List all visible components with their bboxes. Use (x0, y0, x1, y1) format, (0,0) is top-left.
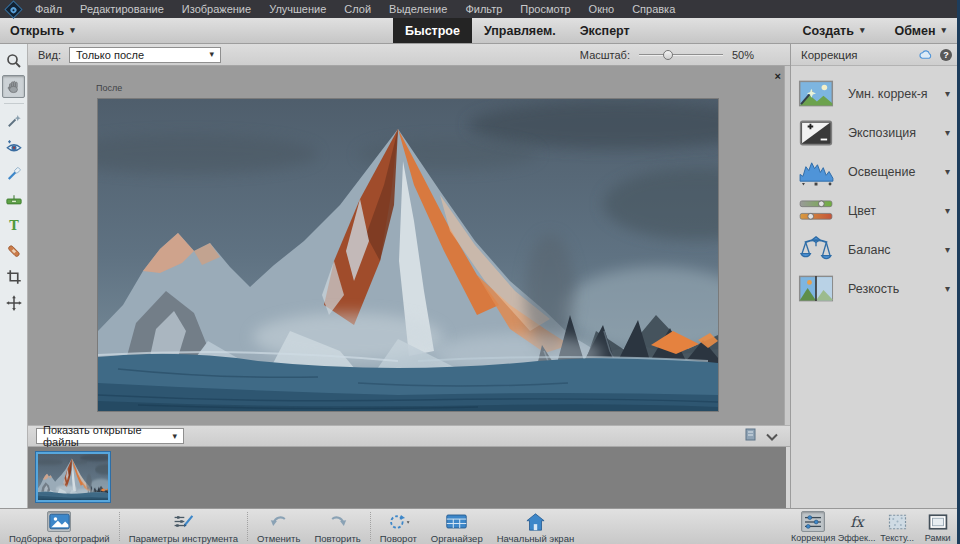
open-files-dropdown-value: Показать открытые файлы (43, 424, 172, 448)
zoom-slider[interactable] (639, 49, 723, 61)
adjustments-panel-button[interactable]: Коррекция (790, 509, 836, 544)
smart-fix-icon (797, 79, 835, 108)
photoshop-elements-window: Файл Редактирование Изображение Улучшени… (0, 0, 960, 544)
chevron-down-icon[interactable]: ▾ (945, 244, 950, 255)
svg-text:T: T (9, 217, 19, 232)
rotate-button[interactable]: Поворот (373, 509, 424, 544)
share-button[interactable]: Обмен ▾ (894, 18, 946, 43)
view-dropdown[interactable]: Только после ▾ (69, 47, 221, 63)
balance-icon (797, 235, 835, 264)
chevron-down-icon[interactable]: ▾ (945, 283, 950, 294)
photo-bin-icon (47, 511, 71, 532)
taskbar-separator (247, 512, 248, 541)
taskbar-button-label: Отменить (257, 533, 300, 544)
after-label: После (96, 83, 122, 93)
adjustment-smart-fix[interactable]: Умн. коррек-я ▾ (791, 74, 960, 113)
collapse-bin-chevron-icon[interactable] (766, 427, 778, 445)
taskbar-button-label: Параметры инструмента (129, 533, 238, 544)
menu-enhance[interactable]: Улучшение (260, 0, 335, 18)
organizer-icon (445, 511, 469, 532)
adjustment-balance[interactable]: Баланс ▾ (791, 230, 960, 269)
adjustment-label: Экспозиция (848, 126, 945, 140)
color-icon (797, 196, 835, 225)
photo-thumbnail[interactable] (36, 452, 110, 502)
chevron-down-icon: ▾ (172, 432, 177, 441)
frames-panel-button[interactable]: Рамки (917, 509, 958, 544)
crop-tool-icon[interactable] (2, 265, 25, 288)
view-bar: Вид: Только после ▾ Масштаб: 50% (28, 44, 790, 66)
adjustment-lighting[interactable]: Освещение ▾ (791, 152, 960, 191)
home-icon (523, 511, 547, 532)
zoom-slider-knob[interactable] (663, 50, 673, 60)
zoom-value: 50% (732, 49, 754, 61)
tab-expert[interactable]: Эксперт (568, 18, 642, 43)
straighten-tool-icon[interactable] (2, 187, 25, 210)
sync-cloud-icon[interactable] (918, 46, 933, 64)
taskbar-separator (370, 512, 371, 541)
photo-bin-button[interactable]: Подборка фотографий (2, 509, 117, 544)
adjustment-exposure[interactable]: Экспозиция ▾ (791, 113, 960, 152)
create-button-label: Создать (803, 24, 854, 38)
chevron-down-icon[interactable]: ▾ (945, 88, 950, 99)
exposure-icon (797, 118, 835, 147)
menu-help[interactable]: Справка (623, 0, 684, 18)
adjustment-color[interactable]: Цвет ▾ (791, 191, 960, 230)
view-label: Вид: (38, 49, 61, 61)
menu-view[interactable]: Просмотр (511, 0, 579, 18)
photo-bin (28, 447, 786, 508)
home-screen-button[interactable]: Начальный экран (490, 509, 582, 544)
menu-bar: Файл Редактирование Изображение Улучшени… (0, 0, 960, 18)
photo-bin-bar: Показать открытые файлы ▾ (28, 425, 790, 447)
textures-panel-button[interactable]: Тексту... (877, 509, 918, 544)
move-tool-icon[interactable] (2, 291, 25, 314)
pse-logo-icon (0, 0, 26, 18)
bin-options-icon[interactable] (745, 427, 756, 445)
mountain-photo (98, 99, 718, 411)
tool-options-icon (171, 511, 195, 532)
taskbar-button-label: Тексту... (880, 533, 914, 543)
zoom-label: Масштаб: (580, 49, 630, 61)
sharpness-icon (797, 274, 835, 303)
menu-file[interactable]: Файл (26, 0, 71, 18)
menu-layer[interactable]: Слой (335, 0, 380, 18)
taskbar-button-label: Рамки (925, 533, 951, 543)
undo-button[interactable]: Отменить (250, 509, 307, 544)
close-icon[interactable]: × (775, 71, 781, 82)
adjustments-icon (801, 511, 825, 532)
chevron-down-icon[interactable]: ▾ (945, 127, 950, 138)
menu-edit[interactable]: Редактирование (71, 0, 173, 18)
zoom-tool-icon[interactable] (2, 49, 25, 72)
effects-panel-button[interactable]: fx Эффек... (836, 509, 877, 544)
adjustment-label: Резкость (848, 282, 945, 296)
taskbar-button-label: Подборка фотографий (9, 533, 110, 544)
quick-selection-tool-icon[interactable] (2, 109, 25, 132)
adjustment-sharpness[interactable]: Резкость ▾ (791, 269, 960, 308)
menu-window[interactable]: Окно (580, 0, 624, 18)
tab-quick[interactable]: Быстрое (393, 18, 472, 43)
zoom-slider-track[interactable] (639, 54, 723, 56)
tool-options-button[interactable]: Параметры инструмента (122, 509, 245, 544)
organizer-button[interactable]: Органайзер (424, 509, 490, 544)
create-button[interactable]: Создать ▾ (803, 18, 865, 43)
chevron-down-icon[interactable]: ▾ (945, 205, 950, 216)
svg-text:fx: fx (850, 514, 865, 530)
menu-image[interactable]: Изображение (173, 0, 260, 18)
tab-guided[interactable]: Управляем. (472, 18, 568, 43)
open-button-label: Открыть (10, 24, 64, 38)
red-eye-tool-icon[interactable] (2, 135, 25, 158)
type-tool-icon[interactable]: T (2, 213, 25, 236)
chevron-down-icon: ▾ (941, 26, 946, 35)
chevron-down-icon: ▾ (70, 26, 75, 35)
menu-filter[interactable]: Фильтр (456, 0, 511, 18)
spot-healing-tool-icon[interactable] (2, 239, 25, 262)
adjustment-label: Умн. коррек-я (848, 87, 945, 101)
chevron-down-icon[interactable]: ▾ (945, 166, 950, 177)
open-files-dropdown[interactable]: Показать открытые файлы ▾ (36, 428, 184, 444)
redo-button[interactable]: Повторить (307, 509, 367, 544)
whiten-teeth-tool-icon[interactable] (2, 161, 25, 184)
help-icon[interactable]: ? (940, 49, 952, 61)
undo-icon (267, 511, 291, 532)
open-button[interactable]: Открыть ▾ (10, 18, 75, 43)
hand-tool-icon[interactable] (2, 75, 25, 98)
menu-select[interactable]: Выделение (380, 0, 456, 18)
